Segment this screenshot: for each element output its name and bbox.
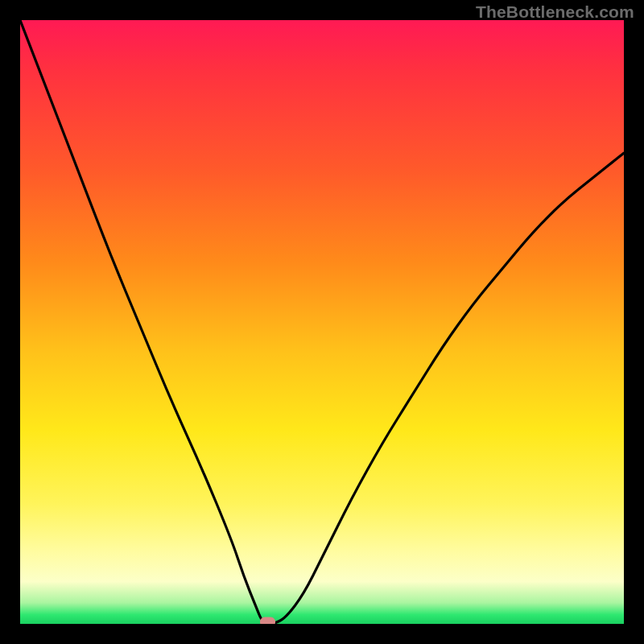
chart-frame: TheBottleneck.com (0, 0, 644, 644)
plot-area (20, 20, 624, 624)
watermark-text: TheBottleneck.com (476, 2, 634, 22)
minimum-marker (261, 617, 275, 624)
bottleneck-curve (20, 20, 624, 624)
curve-path (20, 20, 624, 624)
